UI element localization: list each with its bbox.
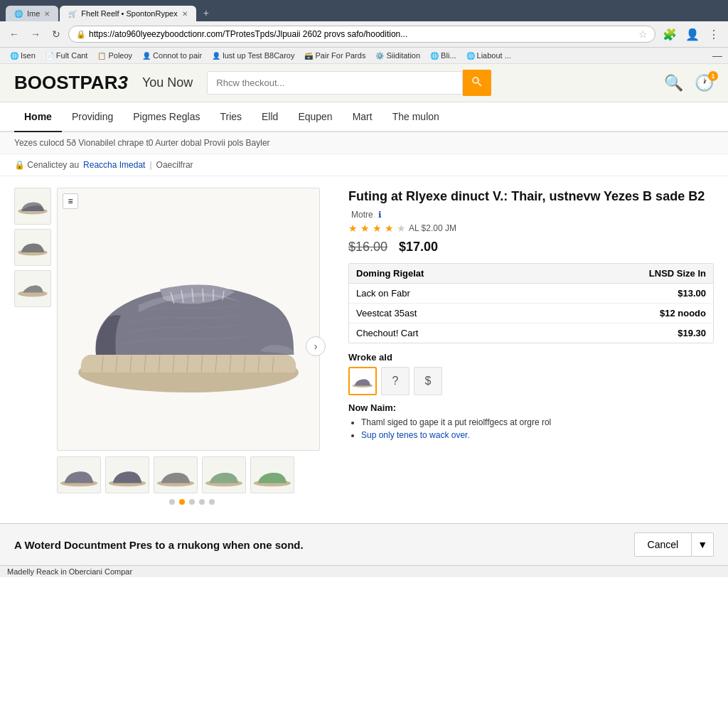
bottom-bar: A Woterd Docuntment Pres to a rnukong wh… bbox=[0, 523, 728, 565]
image-next-button[interactable]: › bbox=[306, 336, 320, 356]
color-option-section: Wroke ald ? $ bbox=[348, 352, 714, 395]
siid-icon: ⚙️ bbox=[375, 52, 384, 60]
thumb-rail-2[interactable] bbox=[14, 229, 51, 266]
nav-item-equpen[interactable]: Equpen bbox=[288, 102, 342, 131]
image-menu-icon[interactable]: ≡ bbox=[63, 193, 78, 209]
cart-icon[interactable]: 🕐 1 bbox=[695, 74, 714, 92]
bookmark-star-icon[interactable]: ☆ bbox=[638, 28, 648, 40]
nav-item-tries[interactable]: Tries bbox=[210, 102, 252, 131]
dot-5[interactable] bbox=[209, 499, 215, 505]
address-input[interactable] bbox=[89, 29, 636, 39]
nav-item-mulon[interactable]: The mulon bbox=[382, 102, 449, 131]
now-section: Now Naim: Thaml siged to gape it a put r… bbox=[348, 402, 714, 440]
search-button[interactable] bbox=[463, 70, 491, 96]
thumb-row-3[interactable] bbox=[154, 456, 198, 493]
bookmark-liabout[interactable]: 🌐 Liabout ... bbox=[462, 50, 515, 61]
dot-1[interactable] bbox=[169, 499, 175, 505]
pair-icon: 🗃️ bbox=[304, 52, 313, 60]
bookmark-fult[interactable]: 📄 Fult Cant bbox=[41, 50, 92, 61]
now-label: Now Naim: bbox=[348, 402, 714, 413]
breadcrumb-separator: | bbox=[149, 160, 151, 170]
now-item-1-text: Thaml siged to gape it a put reiolffgecs… bbox=[361, 417, 551, 427]
color-swatch-1[interactable] bbox=[348, 367, 377, 395]
thumb-row-5[interactable] bbox=[250, 456, 294, 493]
price-row2-value: $12 noodo bbox=[660, 308, 706, 318]
thumb-rail-1[interactable] bbox=[14, 188, 51, 225]
main-image-container: ≡ bbox=[57, 188, 327, 505]
bottom-bar-text: A Woterd Docuntment Pres to a rnukong wh… bbox=[14, 539, 304, 551]
dropdown-button[interactable]: ▼ bbox=[692, 532, 714, 557]
site-content: BOOSTPAR3 You Now 🔍 🕐 1 Home bbox=[0, 64, 728, 565]
reload-button[interactable]: ↻ bbox=[48, 27, 64, 41]
bookmark-siid[interactable]: ⚙️ Siiditation bbox=[371, 50, 424, 61]
nav-item-pigmes[interactable]: Pigmes Reglas bbox=[123, 102, 210, 131]
browser-tab-1[interactable]: 🌐 Ime ✕ bbox=[6, 6, 58, 21]
price-row: $16.00 $17.00 bbox=[348, 240, 714, 255]
back-button[interactable]: ← bbox=[6, 27, 23, 41]
bookmark-lust[interactable]: 👤 lust up Test B8Caroy bbox=[208, 50, 299, 61]
search-input[interactable] bbox=[207, 71, 463, 95]
logo-suffix: 3 bbox=[117, 72, 127, 93]
price-table-row-3: Chechout! Cart $19.30 bbox=[349, 323, 713, 343]
forward-button[interactable]: → bbox=[27, 27, 44, 41]
bookmark-siid-label: Siiditation bbox=[386, 51, 420, 60]
thumb-shoe-2-icon bbox=[16, 235, 49, 260]
bookmarks-more-icon[interactable]: — bbox=[712, 50, 722, 61]
new-tab-button[interactable]: + bbox=[198, 4, 215, 21]
tab2-favicon: 🛒 bbox=[68, 10, 77, 18]
announcement-text: Yezes culocd 5ð Vionabilel chrape t0 Aur… bbox=[14, 138, 270, 148]
dot-2[interactable] bbox=[179, 499, 185, 505]
breadcrumb-page: Oaecilfrar bbox=[156, 160, 193, 170]
isen-icon: 🌐 bbox=[10, 52, 18, 60]
main-image-box: ≡ bbox=[57, 188, 320, 451]
bottom-bar-actions: Cancel ▼ bbox=[634, 532, 714, 557]
breadcrumb-link[interactable]: Reaccha Imedat bbox=[83, 160, 145, 170]
thumb-rail-3[interactable] bbox=[14, 270, 51, 307]
nav-item-elld[interactable]: Elld bbox=[252, 102, 288, 131]
tab2-label: Fhelt Reelf • SpontonRypex bbox=[81, 9, 177, 18]
liabout-icon: 🌐 bbox=[466, 52, 475, 60]
site-header: BOOSTPAR3 You Now 🔍 🕐 1 bbox=[0, 64, 728, 102]
more-icon[interactable]: ⋮ bbox=[705, 26, 722, 43]
cancel-button[interactable]: Cancel bbox=[634, 532, 692, 557]
lock-icon: 🔒 bbox=[76, 30, 86, 39]
now-item-2-link[interactable]: Sup only tenes to wack over. bbox=[361, 430, 470, 440]
address-bar[interactable]: 🔒 ☆ bbox=[68, 26, 655, 43]
bookmark-isen-label: Isen bbox=[21, 51, 36, 60]
bookmark-poleoy[interactable]: 📋 Poleoy bbox=[93, 50, 136, 61]
nav-item-providing[interactable]: Providing bbox=[62, 102, 123, 131]
profile-icon[interactable]: 👤 bbox=[682, 26, 702, 43]
thumb-shoe-1-icon bbox=[16, 193, 49, 219]
bookmark-pair[interactable]: 🗃️ Pair For Pards bbox=[300, 50, 370, 61]
color-swatch-2[interactable]: ? bbox=[381, 367, 410, 395]
connot-icon: 👤 bbox=[142, 52, 151, 60]
dot-3[interactable] bbox=[189, 499, 195, 505]
announcement-bar: Yezes culocd 5ð Vionabilel chrape t0 Aur… bbox=[0, 132, 728, 154]
star-2: ★ bbox=[360, 223, 370, 234]
thumb-row-4[interactable] bbox=[202, 456, 246, 493]
nav-item-mart[interactable]: Mart bbox=[343, 102, 382, 131]
bookmark-connot[interactable]: 👤 Connot to pair bbox=[138, 50, 206, 61]
price-row2-label: Veestcat 35ast bbox=[356, 308, 417, 318]
dot-4[interactable] bbox=[199, 499, 205, 505]
tab2-close[interactable]: ✕ bbox=[182, 10, 188, 18]
bookmark-bli[interactable]: 🌐 Bli... bbox=[426, 50, 460, 61]
thumb-row-2[interactable] bbox=[105, 456, 149, 493]
bookmark-isen[interactable]: 🌐 Isen bbox=[6, 50, 40, 61]
product-brand[interactable]: Motre ℹ bbox=[348, 210, 714, 220]
nav-mart-label: Mart bbox=[353, 111, 373, 122]
site-logo[interactable]: BOOSTPAR3 bbox=[14, 72, 128, 94]
browser-tab-2[interactable]: 🛒 Fhelt Reelf • SpontonRypex ✕ bbox=[60, 6, 196, 21]
tab1-close[interactable]: ✕ bbox=[44, 10, 50, 18]
nav-item-home[interactable]: Home bbox=[14, 102, 62, 131]
extensions-icon[interactable]: 🧩 bbox=[660, 26, 680, 43]
bli-icon: 🌐 bbox=[430, 52, 439, 60]
star-1: ★ bbox=[348, 223, 358, 234]
account-icon[interactable]: 🔍 bbox=[664, 74, 683, 92]
price-row3-label: Chechout! Cart bbox=[356, 328, 418, 338]
rating-text: AL $2.00 JM bbox=[409, 223, 456, 233]
color-swatch-3[interactable]: $ bbox=[414, 367, 442, 395]
thumb-rail bbox=[14, 188, 51, 505]
thumb-row-1[interactable] bbox=[57, 456, 101, 493]
site-tagline: You Now bbox=[142, 75, 193, 90]
